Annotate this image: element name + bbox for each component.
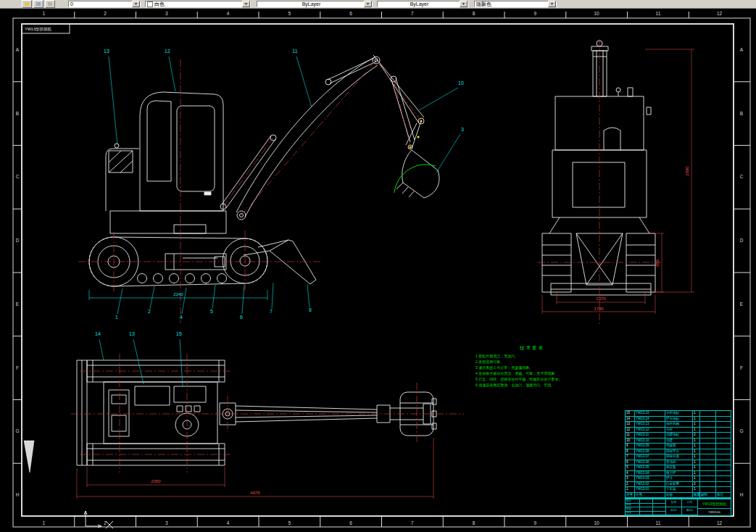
parts-table-cell: [700, 411, 716, 417]
notes-title: 技术要求: [475, 345, 589, 352]
zone-label: B: [16, 111, 19, 116]
parts-table-cell: 11: [626, 433, 635, 439]
zone-label: 3: [165, 11, 168, 16]
zone-label: 1: [43, 11, 46, 16]
zone-label: C: [16, 174, 20, 179]
chevron-down-icon[interactable]: ▼: [460, 1, 468, 7]
parts-table-cell: 1: [626, 487, 635, 493]
chevron-down-icon[interactable]: ▼: [364, 1, 372, 7]
rear-centerlines: [538, 39, 661, 325]
note-line: 2.各部连接可靠。: [475, 359, 589, 365]
callout-label: 10: [458, 80, 464, 86]
callout-label: 3: [461, 127, 464, 132]
layer-previous-button[interactable]: [45, 0, 55, 8]
zone-label: 8: [473, 520, 475, 525]
parts-table-cell: 13: [626, 422, 635, 428]
parts-table-cell: 铲斗: [665, 476, 693, 482]
scale-label: 比例: [666, 499, 682, 507]
parts-table-cell: [716, 471, 731, 477]
parts-table-cell: 2: [693, 482, 700, 488]
chevron-down-icon[interactable]: ▼: [242, 1, 250, 7]
parts-table-cell: 2: [626, 482, 635, 488]
callout-label: 13: [129, 331, 135, 336]
part-callouts: 1312111031245678141315: [95, 49, 464, 386]
parts-table-cell: 1: [693, 439, 700, 444]
parts-table-cell: 行走装置: [665, 482, 693, 488]
plotstyle-combo[interactable]: 随颜色 ▼: [474, 1, 557, 7]
zone-label: H: [740, 492, 744, 497]
parts-table-cell: YW13.03: [635, 476, 665, 482]
parts-table-cell: 回转平台: [665, 449, 693, 455]
zone-label: 7: [411, 11, 414, 16]
layer-previous-icon: [48, 2, 52, 6]
parts-table-cell: [700, 449, 716, 455]
dimension-label: 2580: [685, 166, 689, 176]
callout-label: 11: [292, 49, 297, 54]
parts-table-cell: 4: [626, 471, 635, 477]
zone-label: 11: [656, 11, 661, 16]
parts-table-cell: 回转支承: [665, 454, 693, 460]
dimension-label: 1370: [596, 296, 606, 301]
zone-label: A: [16, 47, 20, 52]
section-arrow: [24, 441, 34, 473]
zone-label: 10: [594, 520, 600, 525]
parts-table-cell: [700, 454, 716, 460]
parts-table-cell: YW13.10: [635, 439, 665, 444]
zone-label: 4: [227, 11, 230, 16]
drawing-title: YW13型挖掘机: [698, 499, 731, 509]
layer-combo[interactable]: 0 ▼: [68, 1, 141, 7]
scale-grid: 比例 1:25 共1张 第1张: [666, 499, 698, 515]
parts-table-cell: [700, 444, 716, 449]
zone-label: 6: [349, 11, 352, 16]
parts-table-header-cell: 序号: [626, 493, 635, 499]
note-line: 6.涂漆前表面应除锈、去油污，漆膜均匀、牢固。: [475, 382, 589, 388]
side-centerlines: [78, 59, 421, 323]
lineweight-combo[interactable]: ByLayer ▼: [377, 1, 468, 7]
title-block-cell: 批准: [626, 512, 640, 516]
zone-label: 11: [656, 520, 661, 525]
parts-table-cell: [700, 471, 716, 477]
title-block-cell: [640, 512, 653, 516]
linetype-combo[interactable]: ByLayer ▼: [257, 1, 373, 7]
zone-label: D: [740, 238, 744, 243]
title-area: YW13型挖掘机 YW13.00: [698, 499, 731, 515]
parts-table-cell: YW13.05: [635, 465, 665, 471]
lineweight-value: ByLayer: [378, 1, 460, 7]
chevron-down-icon[interactable]: ▼: [132, 1, 140, 7]
parts-table-cell: 1: [693, 487, 700, 493]
callout-label: 13: [104, 49, 109, 54]
parts-table-cell: 1: [693, 471, 700, 477]
parts-table-cell: [716, 444, 731, 449]
parts-table-cell: 铲斗油缸: [665, 417, 693, 423]
callout-label: 4: [180, 315, 183, 320]
parts-table-cell: 10: [626, 439, 635, 444]
parts-table-cell: [716, 465, 731, 471]
zone-label: B: [740, 111, 743, 116]
chevron-down-icon[interactable]: ▼: [548, 1, 556, 7]
make-layer-current-button[interactable]: [33, 0, 43, 8]
callout-label: 14: [95, 331, 101, 336]
parts-table-cell: 1: [693, 476, 700, 482]
parts-table-cell: YW13.12: [635, 428, 665, 433]
parts-table-cell: 9: [626, 444, 635, 449]
parts-table-cell: [716, 422, 731, 428]
title-block: 设计校核审核批准 比例 1:25 共1张 第1张 YW13型挖掘机 YW13.0…: [625, 499, 731, 516]
parts-table-cell: 8: [626, 449, 635, 455]
parts-table-cell: 15: [626, 411, 635, 417]
parts-table-cell: [716, 449, 731, 455]
layer-properties-button[interactable]: [22, 0, 32, 8]
callout-label: 6: [240, 315, 243, 320]
zone-label: F: [740, 365, 743, 370]
bucket-swing-arc: [394, 165, 436, 193]
dimension-label: 1780: [594, 307, 604, 311]
parts-list-table: 15YW13.15斗杆油缸114YW13.14铲斗油缸113YW13.13连杆机…: [625, 410, 731, 499]
parts-table-cell: 3: [626, 476, 635, 482]
parts-table-cell: 1: [693, 454, 700, 460]
color-combo[interactable]: 白色 ▼: [145, 1, 251, 7]
parts-table-cell: YW13.02: [635, 482, 665, 488]
zone-label: G: [15, 428, 19, 433]
drawing-viewport[interactable]: YW13型挖掘机: [0, 8, 756, 532]
parts-table-cell: [700, 476, 716, 482]
parts-table-cell: [716, 482, 731, 488]
parts-table-cell: 1: [693, 449, 700, 455]
